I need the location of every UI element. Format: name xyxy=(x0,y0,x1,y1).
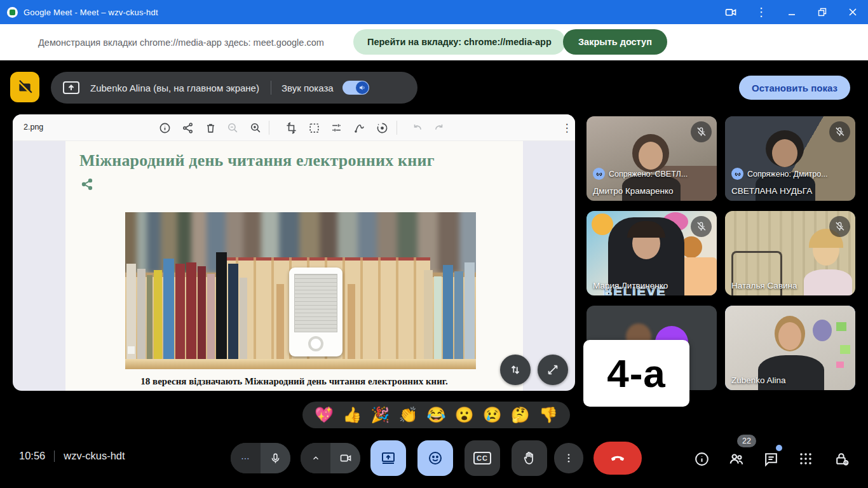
presenter-name: Zubenko Alina (вы, на главном экране) xyxy=(90,83,259,93)
zoom-in-button[interactable] xyxy=(250,121,262,134)
rescale-button[interactable] xyxy=(308,121,321,134)
stop-sharing-button[interactable]: Закрыть доступ xyxy=(563,29,667,55)
crop-rotate-button[interactable] xyxy=(285,121,298,134)
show-people-button[interactable] xyxy=(728,451,745,467)
person-silhouette xyxy=(772,139,797,167)
reaction-heart-button[interactable]: 💖 xyxy=(315,407,334,423)
meeting-details-button[interactable] xyxy=(694,451,710,467)
delete-button[interactable] xyxy=(205,121,217,134)
sticky-note xyxy=(836,362,844,368)
share-button[interactable] xyxy=(182,121,194,134)
person-silhouette xyxy=(639,142,663,170)
redo-button[interactable] xyxy=(433,121,446,134)
stop-presenting-button[interactable]: Остановить показ xyxy=(739,76,850,100)
fullscreen-button[interactable] xyxy=(538,355,568,385)
presenting-status-pill: Zubenko Alina (вы, на главном экране) Зв… xyxy=(51,72,417,104)
participant-count-badge: 22 xyxy=(737,435,756,447)
link-icon xyxy=(731,168,743,180)
goto-tab-button[interactable]: Перейти на вкладку: chrome://media-app xyxy=(353,29,566,55)
lens-icon xyxy=(376,122,388,134)
reaction-joy-button[interactable]: 😂 xyxy=(427,407,446,423)
info-icon xyxy=(694,451,710,467)
camera-control-group xyxy=(301,443,360,473)
chat-button[interactable] xyxy=(763,451,780,467)
reactions-bar: 💖 👍 🎉 👏 😂 😮 😢 🤔 👎 xyxy=(302,402,570,428)
muted-mic-icon xyxy=(691,121,712,142)
share-icon xyxy=(182,122,194,134)
raise-hand-button[interactable] xyxy=(512,440,547,476)
leave-call-button[interactable] xyxy=(593,442,642,475)
info-button[interactable] xyxy=(159,121,172,134)
divider xyxy=(54,451,55,462)
slide-share-icon xyxy=(81,178,93,191)
video-options-button[interactable] xyxy=(301,443,330,473)
window-restore-button[interactable] xyxy=(807,0,837,24)
tab-camera-icon[interactable] xyxy=(715,0,746,24)
kebab-icon xyxy=(563,452,574,464)
mic-button[interactable] xyxy=(261,443,290,473)
meeting-code: wzv-ckus-hdt xyxy=(64,450,125,462)
reaction-party-button[interactable]: 🎉 xyxy=(370,407,390,423)
end-call-icon xyxy=(609,450,626,466)
paired-badge: Сопряжено: СВЕТЛ... xyxy=(593,168,688,180)
sticky-note xyxy=(840,345,850,354)
tune-icon xyxy=(330,122,342,134)
mic-icon xyxy=(269,452,281,464)
apps-grid-icon xyxy=(798,451,813,466)
window-menu-button[interactable]: ⋮ xyxy=(746,0,776,24)
hand-icon xyxy=(522,451,537,466)
meet-favicon xyxy=(7,7,18,18)
selection-icon xyxy=(308,122,320,134)
reaction-thinking-button[interactable]: 🤔 xyxy=(511,407,530,423)
presentation-off-icon xyxy=(17,79,33,95)
participant-name: Наталья Савина xyxy=(731,281,797,290)
annotate-button[interactable] xyxy=(353,121,366,134)
expand-icon xyxy=(546,363,560,377)
zoom-out-button[interactable] xyxy=(227,121,240,134)
pen-icon xyxy=(353,122,365,134)
present-now-button[interactable] xyxy=(370,440,406,476)
sticky-note xyxy=(836,322,846,331)
reaction-cry-button[interactable]: 😢 xyxy=(483,407,502,423)
crop-rotate-icon xyxy=(285,122,297,134)
reaction-thumbs-down-button[interactable]: 👎 xyxy=(539,407,558,423)
video-feed-detail xyxy=(813,320,832,341)
activities-button[interactable] xyxy=(798,451,815,467)
reaction-thumbs-up-button[interactable]: 👍 xyxy=(342,407,362,423)
participant-tile[interactable]: Наталья Савина xyxy=(725,211,855,295)
reaction-surprised-button[interactable]: 😮 xyxy=(455,407,474,423)
divider xyxy=(271,81,271,95)
toolbar-separator xyxy=(269,121,269,135)
sharing-message: Демонстрация вкладки chrome://media-app … xyxy=(38,37,324,48)
mic-control-group: ⋯ xyxy=(231,443,290,473)
person-silhouette xyxy=(804,269,852,295)
window-close-button[interactable] xyxy=(837,0,868,24)
paired-label: Сопряжено: СВЕТЛ... xyxy=(609,170,688,179)
captions-button[interactable]: CC xyxy=(465,440,500,476)
participant-name: СВЕТЛАНА НУДЬГА xyxy=(731,186,812,196)
viewer-more-button[interactable]: ⋮ xyxy=(560,121,573,134)
camera-button[interactable] xyxy=(330,443,360,473)
more-options-button[interactable] xyxy=(554,443,583,473)
window-minimize-button[interactable] xyxy=(776,0,807,24)
close-icon xyxy=(848,8,857,17)
participant-tile[interactable]: Сопряжено: СВЕТЛ... Дмитро Крамаренко xyxy=(587,116,717,201)
undo-button[interactable] xyxy=(411,121,424,134)
reaction-clap-button[interactable]: 👏 xyxy=(398,407,417,423)
link-icon xyxy=(593,168,605,180)
host-controls-button[interactable] xyxy=(834,451,850,467)
toolbar-separator xyxy=(397,121,397,135)
participant-tile[interactable]: Сопряжено: Дмитро... СВЕТЛАНА НУДЬГА xyxy=(725,116,855,201)
presentation-sound-toggle[interactable] xyxy=(342,81,369,95)
lens-button[interactable] xyxy=(376,121,389,134)
minimize-icon xyxy=(787,8,796,17)
bookshelf-ereader-image xyxy=(125,212,476,369)
audio-options-button[interactable]: ⋯ xyxy=(231,443,261,473)
swap-presentation-button[interactable] xyxy=(500,355,531,385)
reactions-button[interactable] xyxy=(417,440,453,476)
adjust-button[interactable] xyxy=(330,121,343,134)
person-silhouette xyxy=(778,322,801,350)
participant-tile-self[interactable]: Zubenko Alina xyxy=(725,306,855,390)
clock: 10:56 xyxy=(19,450,45,462)
participant-tile[interactable]: BELIEVE Мария Литвиненко xyxy=(587,211,717,295)
